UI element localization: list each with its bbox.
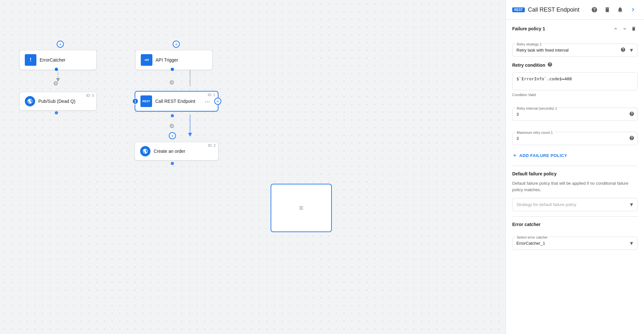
default-policy-desc: Default failure policy that will be appl… bbox=[512, 180, 638, 193]
policy-down-btn[interactable] bbox=[621, 25, 629, 33]
panel-header: REST Call REST Endpoint bbox=[506, 0, 644, 20]
collapse-btn[interactable] bbox=[629, 5, 638, 14]
strategy-default-select[interactable]: Strategy for default failure policy bbox=[513, 198, 637, 211]
error-catcher-icon: ! bbox=[25, 54, 36, 66]
policy-delete-btn[interactable] bbox=[630, 25, 638, 33]
api-trigger-node[interactable]: API API Trigger bbox=[135, 50, 213, 70]
call-rest-icon: REST bbox=[140, 95, 152, 107]
call-rest-label: Call REST Endpoint bbox=[155, 99, 195, 104]
retry-condition-help[interactable] bbox=[547, 62, 553, 68]
create-order-id: ID: 2 bbox=[208, 143, 216, 147]
gear-between-error[interactable]: ⚙ bbox=[53, 80, 58, 87]
default-policy-section: Default failure policy Default failure p… bbox=[512, 171, 638, 211]
retry-strategy-label: Retry strategy 1 bbox=[515, 42, 543, 46]
panel-content: Failure policy 1 bbox=[506, 20, 644, 334]
failure-policy-header: Failure policy 1 bbox=[512, 25, 638, 33]
more-menu-rest[interactable]: ··· bbox=[205, 98, 210, 105]
failure-policy-title: Failure policy 1 bbox=[512, 26, 545, 31]
max-retry-label: Maximum retry count 1 bbox=[515, 131, 554, 134]
strategy-default-field: Strategy for default failure policy ▼ St… bbox=[512, 198, 638, 211]
error-catcher-label: ErrorCatcher bbox=[40, 57, 65, 63]
call-rest-id: ID: 1 bbox=[208, 93, 215, 97]
plus-above-api[interactable]: + bbox=[173, 41, 180, 48]
connector-below-rest bbox=[171, 114, 174, 117]
api-trigger-icon: API bbox=[141, 54, 152, 66]
strategy-default-wrapper: Strategy for default failure policy ▼ bbox=[512, 198, 638, 211]
connector-below-api bbox=[171, 68, 174, 71]
policy-up-btn[interactable] bbox=[612, 25, 620, 33]
error-catcher-title: Error catcher bbox=[512, 222, 638, 227]
retry-interval-field: Retry interval (seconds) 1 bbox=[512, 102, 638, 121]
plus-below-rest-gear[interactable]: + bbox=[169, 132, 176, 139]
pubsub-id: ID: 3 bbox=[86, 93, 94, 97]
add-policy-container: ADD FAILURE POLICY bbox=[512, 150, 638, 161]
retry-interval-help[interactable] bbox=[629, 111, 634, 118]
add-failure-policy-btn[interactable]: ADD FAILURE POLICY bbox=[512, 150, 567, 161]
divider-1 bbox=[512, 166, 638, 166]
right-panel: REST Call REST Endpoint bbox=[505, 0, 644, 334]
gear-between-api-rest[interactable]: ⚙ bbox=[169, 79, 174, 86]
plus-right-rest[interactable]: + bbox=[214, 98, 221, 105]
max-retry-field: Maximum retry count 1 bbox=[512, 126, 638, 145]
pubsub-label: Pub/Sub (Dead Q) bbox=[38, 99, 75, 104]
connector-below-create bbox=[171, 162, 174, 165]
mini-preview: ≡ bbox=[271, 184, 332, 232]
select-error-catcher-label: Select error catcher bbox=[515, 235, 549, 239]
panel-badge: REST bbox=[512, 7, 525, 12]
retry-strategy-help[interactable] bbox=[620, 47, 626, 54]
gear-below-rest[interactable]: ⚙ bbox=[169, 123, 174, 130]
error-catcher-section: Error catcher Select error catcher Error… bbox=[512, 222, 638, 250]
select-error-catcher-field: Select error catcher ErrorCatcher_1 ▼ bbox=[512, 231, 638, 250]
max-retry-help[interactable] bbox=[629, 135, 634, 142]
failure-policy-controls bbox=[612, 25, 638, 33]
plus-above-error-catcher[interactable]: + bbox=[57, 41, 64, 48]
delete-btn[interactable] bbox=[603, 5, 612, 14]
retry-condition-field: Retry condition Condition Valid bbox=[512, 62, 638, 97]
canvas: ! ErrorCatcher + ⚙ Pub/Sub (Dead Q) ID: … bbox=[0, 0, 505, 334]
create-order-icon bbox=[140, 146, 150, 156]
condition-valid-text: Condition Valid bbox=[512, 93, 638, 97]
panel-title: Call REST Endpoint bbox=[528, 6, 587, 13]
error-catcher-node[interactable]: ! ErrorCatcher bbox=[19, 50, 97, 70]
connector-below-pubsub bbox=[55, 111, 58, 114]
create-order-node[interactable]: Create an order ID: 2 bbox=[135, 142, 218, 161]
retry-condition-input[interactable] bbox=[512, 72, 638, 90]
retry-strategy-field: Retry strategy 1 Retry task with fixed i… bbox=[512, 38, 638, 57]
retry-interval-label: Retry interval (seconds) 1 bbox=[515, 106, 558, 110]
pubsub-icon bbox=[25, 96, 35, 106]
connector-below-error bbox=[55, 68, 58, 71]
pubsub-node[interactable]: Pub/Sub (Dead Q) ID: 3 bbox=[19, 92, 97, 111]
divider-2 bbox=[512, 216, 638, 217]
bell-btn[interactable] bbox=[616, 5, 625, 14]
api-trigger-label: API Trigger bbox=[156, 57, 178, 63]
help-btn[interactable] bbox=[590, 5, 599, 14]
list-icon: ≡ bbox=[299, 203, 303, 212]
retry-condition-title: Retry condition bbox=[512, 62, 638, 68]
call-rest-node[interactable]: 1 + REST Call REST Endpoint ID: 1 ··· bbox=[135, 91, 218, 112]
create-order-label: Create an order bbox=[154, 149, 185, 154]
panel-header-icons bbox=[590, 5, 638, 14]
default-policy-title: Default failure policy bbox=[512, 171, 638, 176]
